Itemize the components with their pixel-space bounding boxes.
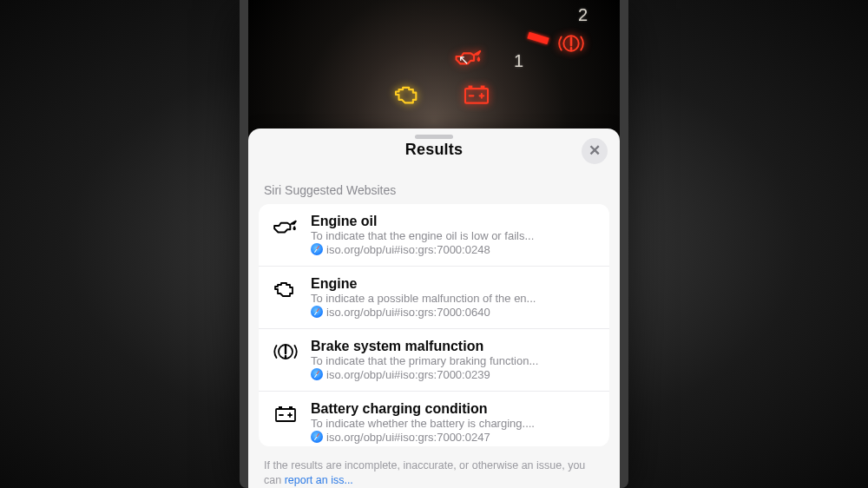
- close-icon: ✕: [589, 142, 601, 160]
- result-desc: To indicate that the engine oil is low o…: [311, 229, 597, 242]
- result-row[interactable]: Engine oil To indicate that the engine o…: [259, 204, 609, 266]
- battery-icon: [271, 401, 300, 444]
- dial-number: 1: [514, 51, 523, 71]
- result-url: iso.org/obp/ui#iso:grs:7000:0248: [311, 243, 597, 256]
- result-title: Brake system malfunction: [311, 339, 597, 354]
- safari-icon: [311, 306, 323, 318]
- result-title: Engine: [311, 276, 597, 292]
- report-issue-link[interactable]: report an iss...: [285, 474, 353, 486]
- results-sheet: Results ✕ Siri Suggested Websites Engine…: [248, 129, 620, 488]
- result-desc: To indicate a possible malfunction of th…: [311, 292, 597, 305]
- result-url: iso.org/obp/ui#iso:grs:7000:0239: [311, 368, 597, 381]
- result-desc: To indicate whether the battery is charg…: [311, 417, 597, 430]
- dial-red-mark: [527, 32, 549, 45]
- close-button[interactable]: ✕: [582, 138, 608, 164]
- section-label: Siri Suggested Websites: [248, 168, 620, 204]
- safari-icon: [311, 368, 323, 380]
- phone-frame: 1 2 ↖ Results ✕: [240, 0, 628, 488]
- safari-icon: [311, 431, 323, 443]
- results-title: Results: [405, 141, 463, 158]
- brake-warning-icon: [271, 339, 300, 381]
- dial-number: 2: [578, 5, 588, 25]
- dashboard-photo: 1 2 ↖: [248, 0, 620, 135]
- footer-note: If the results are incomplete, inaccurat…: [248, 446, 620, 488]
- result-title: Engine oil: [311, 214, 597, 229]
- result-row[interactable]: Brake system malfunction To indicate tha…: [259, 328, 609, 391]
- mouse-cursor-icon: ↖: [458, 52, 470, 68]
- result-title: Battery charging condition: [311, 401, 597, 417]
- brake-warning-icon: [556, 32, 586, 55]
- engine-warning-icon: [390, 82, 426, 107]
- result-url: iso.org/obp/ui#iso:grs:7000:0247: [311, 431, 597, 444]
- result-row[interactable]: Engine To indicate a possible malfunctio…: [259, 266, 609, 328]
- safari-icon: [311, 243, 323, 255]
- phone-screen: 1 2 ↖ Results ✕: [248, 0, 620, 488]
- result-url: iso.org/obp/ui#iso:grs:7000:0640: [311, 306, 597, 319]
- battery-warning-icon: [460, 82, 493, 105]
- results-list: Engine oil To indicate that the engine o…: [259, 204, 609, 446]
- engine-icon: [271, 276, 300, 319]
- result-row[interactable]: Battery charging condition To indicate w…: [259, 391, 609, 446]
- result-desc: To indicate that the primary braking fun…: [311, 354, 597, 367]
- sheet-grabber[interactable]: [415, 135, 453, 139]
- oil-can-icon: [271, 214, 300, 256]
